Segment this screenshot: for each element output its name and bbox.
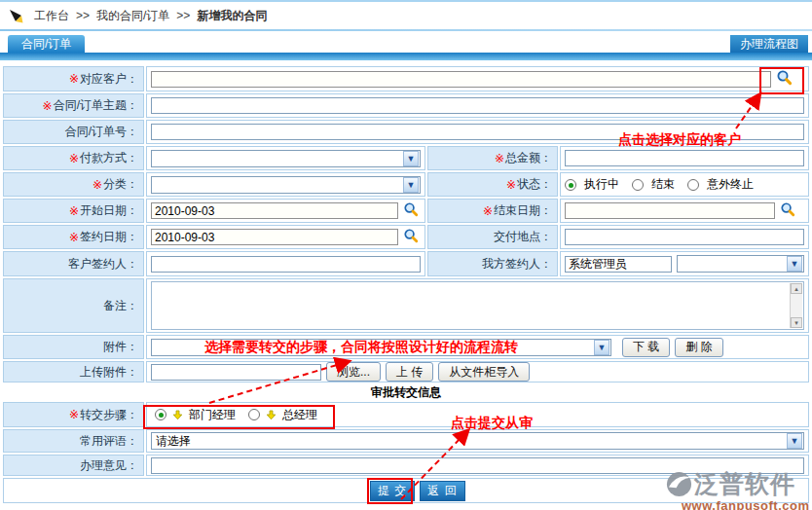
chevron-down-icon: ▼ [594,340,609,355]
delivery-label: 交付地点： [427,225,558,249]
end-date-label: ※结束日期： [427,199,558,223]
customer-signer-input[interactable] [151,256,421,273]
attachment-label: 附件： [3,335,144,359]
total-label: ※总金额： [427,146,558,170]
highlight-box-customer-search [759,67,804,94]
chevron-down-icon: ▼ [787,433,802,449]
common-comment-select[interactable]: 请选择▼ [151,432,804,450]
breadcrumb-divider [0,29,812,31]
required-mark: ※ [69,72,79,86]
status-radio-terminated[interactable] [687,179,699,191]
highlight-box-submit [367,478,413,504]
download-button[interactable]: 下 载 [622,338,670,357]
subject-label: ※合同/订单主题： [3,93,144,118]
tab-contract-order[interactable]: 合同/订单 [8,35,85,53]
import-from-cabinet-button[interactable]: 从文件柜导入 [438,362,530,382]
start-date-input[interactable] [151,202,398,219]
status-option-label: 结束 [651,176,675,193]
breadcrumb-my-contracts[interactable]: 我的合同/订单 [96,8,169,24]
chevron-down-icon: ▼ [403,177,419,193]
scroll-up-icon[interactable]: ▴ [791,283,802,294]
our-signer-select[interactable]: ▼ [677,255,804,273]
annotation-click-submit: 点击提交从审 [451,415,533,432]
our-signer-input[interactable] [565,256,672,273]
delete-button[interactable]: 删 除 [675,338,722,357]
end-date-picker-icon[interactable] [780,201,795,221]
breadcrumb-workbench[interactable]: 工作台 [34,8,69,24]
watermark-url: www.fanpusoft.com [682,498,810,510]
page: 工作台 >> 我的合同/订单 >> 新增我的合同 合同/订单 办理流程图 ※对应… [0,0,812,510]
common-comment-label: 常用评语： [3,429,144,453]
required-mark: ※ [495,152,504,165]
category-select[interactable]: ▼ [151,176,421,194]
sign-date-label: ※签约日期： [3,225,144,249]
required-mark: ※ [69,231,79,244]
start-date-picker-icon[interactable] [403,201,419,221]
customer-signer-label: 客户签约人： [3,251,144,276]
pen-icon [8,8,24,24]
required-mark: ※ [69,204,79,218]
total-input[interactable] [565,150,804,166]
remark-scrollbar[interactable]: ▴▾ [790,283,802,328]
chevron-down-icon: ▼ [403,151,419,166]
breadcrumb: 工作台 >> 我的合同/订单 >> 新增我的合同 [0,2,812,29]
status-radio-executing[interactable] [565,179,576,191]
subject-input[interactable] [151,97,804,114]
required-mark: ※ [506,178,516,192]
annotation-pick-customer: 点击选择对应的客户 [618,131,741,149]
status-label: ※状态： [427,172,558,197]
browse-button[interactable]: 浏览... [326,362,381,382]
customer-label: ※对应客户： [3,66,144,91]
required-mark: ※ [69,408,79,421]
scroll-down-icon[interactable]: ▾ [791,317,802,328]
end-date-input[interactable] [565,202,775,219]
required-mark: ※ [92,178,102,192]
upload-label: 上传附件： [3,361,144,382]
flow-chart-button[interactable]: 办理流程图 [730,35,808,53]
status-option-label: 执行中 [584,176,619,193]
highlight-box-transfer-step [143,405,335,429]
category-label: ※分类： [3,172,144,197]
order-no-label: 合同/订单号： [3,120,144,144]
customer-input[interactable] [151,71,771,88]
start-date-label: ※开始日期： [3,199,144,223]
breadcrumb-current: 新增我的合同 [197,8,267,24]
breadcrumb-separator: >> [76,9,90,22]
required-mark: ※ [483,204,493,218]
upload-file-input[interactable] [151,364,321,381]
upload-button[interactable]: 上 传 [386,362,433,382]
payment-label: ※付款方式： [3,146,144,170]
delivery-input[interactable] [565,229,804,245]
fanpu-logo-icon [666,471,692,497]
sign-date-picker-icon[interactable] [403,228,419,247]
required-mark: ※ [69,152,79,165]
required-mark: ※ [43,99,53,113]
breadcrumb-separator: >> [176,9,190,22]
back-button[interactable]: 返 回 [420,481,464,501]
payment-select[interactable]: ▼ [151,150,421,167]
transfer-step-label: ※转交步骤： [3,402,144,427]
our-signer-label: 我方签约人： [427,251,558,276]
remark-textarea[interactable]: ▴▾ [151,281,804,330]
status-radio-finished[interactable] [632,179,644,191]
remark-label: 备注： [3,278,144,333]
tab-bar [0,53,812,60]
annotation-choose-step: 选择需要转交的步骤，合同将按照设计好的流程流转 [204,339,518,356]
sign-date-input[interactable] [151,229,398,245]
watermark: 泛普软件 www.fanpusoft.com [666,468,810,510]
section-title-approval-transfer: 审批转交信息 [3,384,809,400]
opinion-label: 办理意见： [3,455,144,476]
status-option-label: 意外终止 [707,176,754,193]
watermark-name: 泛普软件 [694,468,795,500]
chevron-down-icon: ▼ [787,256,802,272]
